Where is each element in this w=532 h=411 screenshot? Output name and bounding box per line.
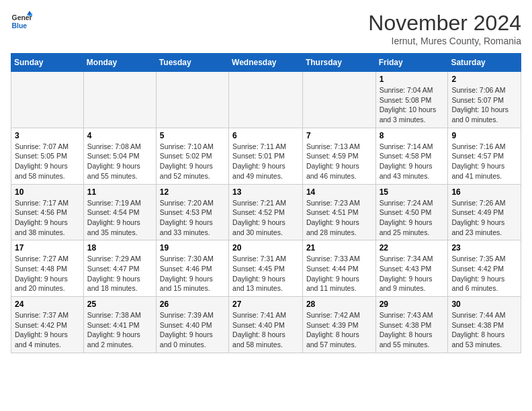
month-title: November 2024 (368, 11, 521, 36)
calendar-table: SundayMondayTuesdayWednesdayThursdayFrid… (11, 53, 521, 353)
calendar-week-4: 17Sunrise: 7:27 AM Sunset: 4:48 PM Dayli… (11, 240, 521, 297)
day-number: 16 (451, 187, 517, 197)
day-info: Sunrise: 7:35 AM Sunset: 4:42 PM Dayligh… (451, 254, 517, 293)
calendar-cell: 29Sunrise: 7:43 AM Sunset: 4:38 PM Dayli… (375, 297, 448, 353)
calendar-cell: 18Sunrise: 7:29 AM Sunset: 4:47 PM Dayli… (83, 240, 156, 297)
day-number: 18 (87, 243, 152, 253)
day-number: 28 (306, 300, 372, 309)
day-info: Sunrise: 7:43 AM Sunset: 4:38 PM Dayligh… (380, 310, 445, 350)
calendar-cell: 16Sunrise: 7:26 AM Sunset: 4:49 PM Dayli… (448, 184, 521, 240)
day-number: 13 (232, 187, 299, 197)
day-number: 12 (160, 187, 225, 197)
day-info: Sunrise: 7:42 AM Sunset: 4:39 PM Dayligh… (306, 310, 372, 350)
day-info: Sunrise: 7:10 AM Sunset: 5:02 PM Dayligh… (160, 142, 225, 181)
day-info: Sunrise: 7:16 AM Sunset: 4:57 PM Dayligh… (451, 142, 517, 181)
header-friday: Friday (375, 54, 448, 72)
day-number: 14 (306, 187, 372, 197)
calendar-cell: 15Sunrise: 7:24 AM Sunset: 4:50 PM Dayli… (375, 184, 448, 240)
day-info: Sunrise: 7:38 AM Sunset: 4:41 PM Dayligh… (87, 310, 152, 350)
day-info: Sunrise: 7:41 AM Sunset: 4:40 PM Dayligh… (232, 310, 299, 350)
logo: General Blue (11, 11, 32, 32)
calendar-cell: 13Sunrise: 7:21 AM Sunset: 4:52 PM Dayli… (229, 184, 303, 240)
calendar-cell (11, 72, 84, 128)
calendar-week-2: 3Sunrise: 7:07 AM Sunset: 5:05 PM Daylig… (11, 128, 521, 184)
calendar-cell: 24Sunrise: 7:37 AM Sunset: 4:42 PM Dayli… (11, 297, 84, 353)
day-info: Sunrise: 7:20 AM Sunset: 4:53 PM Dayligh… (160, 198, 225, 238)
day-info: Sunrise: 7:06 AM Sunset: 5:07 PM Dayligh… (451, 85, 517, 125)
day-info: Sunrise: 7:13 AM Sunset: 4:59 PM Dayligh… (306, 142, 372, 181)
day-number: 4 (87, 131, 152, 140)
day-number: 11 (87, 187, 152, 197)
calendar-cell: 4Sunrise: 7:08 AM Sunset: 5:04 PM Daylig… (83, 128, 156, 184)
day-number: 15 (380, 187, 445, 197)
day-info: Sunrise: 7:21 AM Sunset: 4:52 PM Dayligh… (232, 198, 299, 238)
day-number: 1 (380, 75, 445, 84)
calendar-cell: 20Sunrise: 7:31 AM Sunset: 4:45 PM Dayli… (229, 240, 303, 297)
header-monday: Monday (83, 54, 156, 72)
day-number: 8 (380, 131, 445, 140)
day-info: Sunrise: 7:44 AM Sunset: 4:38 PM Dayligh… (451, 310, 517, 350)
day-number: 30 (451, 300, 517, 309)
day-info: Sunrise: 7:11 AM Sunset: 5:01 PM Dayligh… (232, 142, 299, 181)
calendar-cell (302, 72, 375, 128)
day-info: Sunrise: 7:34 AM Sunset: 4:43 PM Dayligh… (380, 254, 445, 293)
day-number: 2 (451, 75, 517, 84)
day-number: 27 (232, 300, 299, 309)
day-number: 3 (15, 131, 80, 140)
day-info: Sunrise: 7:08 AM Sunset: 5:04 PM Dayligh… (87, 142, 152, 181)
calendar-cell: 22Sunrise: 7:34 AM Sunset: 4:43 PM Dayli… (375, 240, 448, 297)
header-sunday: Sunday (11, 54, 84, 72)
day-number: 10 (15, 187, 80, 197)
day-number: 7 (306, 131, 372, 140)
day-info: Sunrise: 7:29 AM Sunset: 4:47 PM Dayligh… (87, 254, 152, 293)
calendar-cell: 11Sunrise: 7:19 AM Sunset: 4:54 PM Dayli… (83, 184, 156, 240)
calendar-cell: 7Sunrise: 7:13 AM Sunset: 4:59 PM Daylig… (302, 128, 375, 184)
calendar-week-5: 24Sunrise: 7:37 AM Sunset: 4:42 PM Dayli… (11, 297, 521, 353)
calendar-cell: 17Sunrise: 7:27 AM Sunset: 4:48 PM Dayli… (11, 240, 84, 297)
calendar-cell: 26Sunrise: 7:39 AM Sunset: 4:40 PM Dayli… (156, 297, 228, 353)
header-saturday: Saturday (448, 54, 521, 72)
calendar-cell: 21Sunrise: 7:33 AM Sunset: 4:44 PM Dayli… (302, 240, 375, 297)
day-info: Sunrise: 7:23 AM Sunset: 4:51 PM Dayligh… (306, 198, 372, 238)
day-number: 5 (160, 131, 225, 140)
day-info: Sunrise: 7:27 AM Sunset: 4:48 PM Dayligh… (15, 254, 80, 293)
calendar-cell: 6Sunrise: 7:11 AM Sunset: 5:01 PM Daylig… (229, 128, 303, 184)
calendar-week-1: 1Sunrise: 7:04 AM Sunset: 5:08 PM Daylig… (11, 72, 521, 128)
calendar-week-3: 10Sunrise: 7:17 AM Sunset: 4:56 PM Dayli… (11, 184, 521, 240)
calendar-cell: 14Sunrise: 7:23 AM Sunset: 4:51 PM Dayli… (302, 184, 375, 240)
calendar-cell (156, 72, 228, 128)
calendar-cell: 12Sunrise: 7:20 AM Sunset: 4:53 PM Dayli… (156, 184, 228, 240)
calendar-cell: 3Sunrise: 7:07 AM Sunset: 5:05 PM Daylig… (11, 128, 84, 184)
calendar-cell: 23Sunrise: 7:35 AM Sunset: 4:42 PM Dayli… (448, 240, 521, 297)
calendar-cell: 28Sunrise: 7:42 AM Sunset: 4:39 PM Dayli… (302, 297, 375, 353)
day-number: 23 (451, 243, 517, 253)
day-info: Sunrise: 7:17 AM Sunset: 4:56 PM Dayligh… (15, 198, 80, 238)
day-number: 24 (15, 300, 80, 309)
calendar-cell: 30Sunrise: 7:44 AM Sunset: 4:38 PM Dayli… (448, 297, 521, 353)
day-number: 9 (451, 131, 517, 140)
calendar-cell: 25Sunrise: 7:38 AM Sunset: 4:41 PM Dayli… (83, 297, 156, 353)
day-info: Sunrise: 7:37 AM Sunset: 4:42 PM Dayligh… (15, 310, 80, 350)
day-number: 6 (232, 131, 299, 140)
calendar-cell (229, 72, 303, 128)
day-number: 22 (380, 243, 445, 253)
day-info: Sunrise: 7:24 AM Sunset: 4:50 PM Dayligh… (380, 198, 445, 238)
day-info: Sunrise: 7:19 AM Sunset: 4:54 PM Dayligh… (87, 198, 152, 238)
calendar-cell: 8Sunrise: 7:14 AM Sunset: 4:58 PM Daylig… (375, 128, 448, 184)
day-number: 21 (306, 243, 372, 253)
page-header: General Blue November 2024 Iernut, Mures… (11, 11, 521, 46)
calendar-cell: 27Sunrise: 7:41 AM Sunset: 4:40 PM Dayli… (229, 297, 303, 353)
calendar-cell: 1Sunrise: 7:04 AM Sunset: 5:08 PM Daylig… (375, 72, 448, 128)
logo-icon: General Blue (11, 11, 32, 32)
day-info: Sunrise: 7:07 AM Sunset: 5:05 PM Dayligh… (15, 142, 80, 181)
day-info: Sunrise: 7:31 AM Sunset: 4:45 PM Dayligh… (232, 254, 299, 293)
day-info: Sunrise: 7:04 AM Sunset: 5:08 PM Dayligh… (380, 85, 445, 125)
day-number: 29 (380, 300, 445, 309)
calendar-cell: 9Sunrise: 7:16 AM Sunset: 4:57 PM Daylig… (448, 128, 521, 184)
calendar-cell: 19Sunrise: 7:30 AM Sunset: 4:46 PM Dayli… (156, 240, 228, 297)
header-wednesday: Wednesday (229, 54, 303, 72)
header-tuesday: Tuesday (156, 54, 228, 72)
day-info: Sunrise: 7:30 AM Sunset: 4:46 PM Dayligh… (160, 254, 225, 293)
calendar-cell: 10Sunrise: 7:17 AM Sunset: 4:56 PM Dayli… (11, 184, 84, 240)
day-number: 26 (160, 300, 225, 309)
